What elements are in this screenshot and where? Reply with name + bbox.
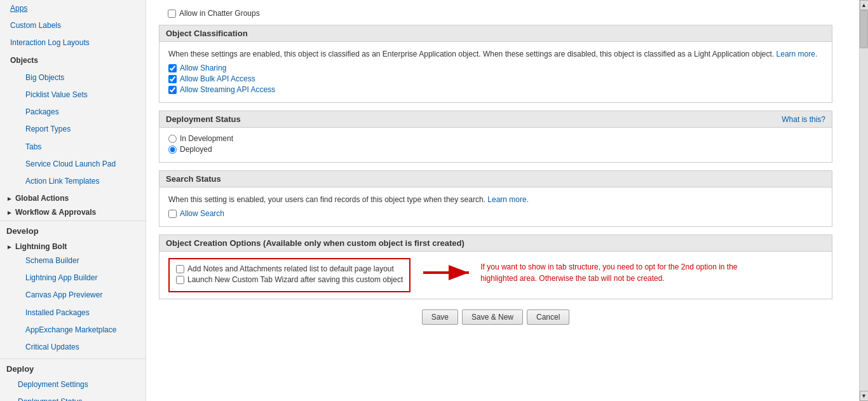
allow-sharing-row: Allow Sharing	[168, 64, 823, 72]
object-classification-section: Object Classification When these setting…	[159, 25, 832, 103]
search-status-body: When this setting is enabled, your users…	[159, 187, 832, 227]
allow-bulk-api-label[interactable]: Allow Bulk API Access	[180, 74, 255, 83]
sidebar-item-critical-updates[interactable]: Critical Updates	[0, 339, 146, 356]
sidebar-item-canvas-app-previewer[interactable]: Canvas App Previewer	[0, 287, 146, 304]
sidebar-item-objects[interactable]: Objects	[0, 52, 146, 69]
lightning-bolt-arrow-icon: ►	[6, 243, 13, 250]
global-actions-arrow-icon: ►	[6, 195, 13, 202]
options-box: Add Notes and Attachments related list t…	[168, 258, 410, 292]
sidebar-item-apps[interactable]: Apps	[0, 0, 146, 17]
scrollbar-up-button[interactable]: ▲	[860, 0, 869, 10]
deployed-label: Deployed	[180, 145, 212, 154]
object-classification-learn-more[interactable]: Learn more.	[776, 50, 818, 58]
red-arrow-icon	[423, 263, 474, 282]
launch-tab-wizard-checkbox[interactable]	[176, 276, 184, 284]
allow-sharing-label[interactable]: Allow Sharing	[180, 64, 226, 72]
sidebar-section-global-actions[interactable]: ► Global Actions	[0, 190, 146, 204]
sidebar-item-deployment-settings[interactable]: Deployment Settings	[0, 376, 146, 393]
add-notes-attachments-row: Add Notes and Attachments related list t…	[176, 264, 403, 273]
sidebar-item-picklist-value-sets[interactable]: Picklist Value Sets	[0, 86, 146, 104]
allow-in-chatter-groups-label: Allow in Chatter Groups	[179, 9, 260, 18]
object-creation-title: Object Creation Options (Available only …	[159, 234, 832, 252]
allow-bulk-api-row: Allow Bulk API Access	[168, 74, 823, 83]
sidebar-item-appexchange-marketplace[interactable]: AppExchange Marketplace	[0, 322, 146, 339]
right-scrollbar[interactable]: ▲ ▼	[859, 0, 868, 401]
sidebar-section-lightning-bolt[interactable]: ► Lightning Bolt	[0, 238, 146, 252]
global-actions-label: Global Actions	[15, 194, 69, 203]
sidebar-item-action-link-templates[interactable]: Action Link Templates	[0, 173, 146, 190]
search-status-title: Search Status	[159, 170, 832, 187]
deployment-status-title-row: Deployment Status What is this?	[159, 111, 832, 128]
sidebar-section-workflow-approvals[interactable]: ► Workflow & Approvals	[0, 204, 146, 218]
workflow-approvals-label: Workflow & Approvals	[15, 208, 96, 217]
launch-tab-wizard-label: Launch New Custom Tab Wizard after savin…	[187, 275, 403, 284]
sidebar: Apps Custom Labels Interaction Log Layou…	[0, 0, 146, 401]
in-development-label: In Development	[180, 134, 233, 143]
allow-streaming-checkbox[interactable]	[168, 86, 177, 94]
annotation-text: If you want to show in tab structure, yo…	[480, 261, 754, 284]
develop-section-header: Develop	[0, 221, 146, 238]
sidebar-item-interaction-log[interactable]: Interaction Log Layouts	[0, 34, 146, 51]
cancel-button[interactable]: Cancel	[527, 309, 569, 325]
sidebar-item-deployment-status[interactable]: Deployment Status	[0, 393, 146, 401]
search-status-description: When this setting is enabled, your users…	[168, 194, 823, 205]
allow-in-chatter-groups-checkbox[interactable]	[168, 10, 176, 18]
search-status-section: Search Status When this setting is enabl…	[159, 170, 832, 227]
object-creation-body: Add Notes and Attachments related list t…	[159, 252, 832, 299]
sidebar-item-service-cloud-launch-pad[interactable]: Service Cloud Launch Pad	[0, 156, 146, 173]
object-classification-body: When these settings are enabled, this ob…	[159, 42, 832, 103]
deployment-status-title: Deployment Status	[166, 114, 241, 124]
allow-search-label[interactable]: Allow Search	[180, 209, 224, 218]
allow-streaming-label[interactable]: Allow Streaming API Access	[180, 85, 275, 94]
save-button[interactable]: Save	[422, 309, 458, 325]
workflow-approvals-arrow-icon: ►	[6, 209, 13, 216]
sidebar-item-custom-labels[interactable]: Custom Labels	[0, 17, 146, 34]
main-content: Allow in Chatter Groups Object Classific…	[146, 0, 859, 401]
object-creation-section: Object Creation Options (Available only …	[159, 234, 832, 299]
sidebar-item-tabs[interactable]: Tabs	[0, 139, 146, 156]
deployed-radio[interactable]	[168, 146, 177, 154]
allow-streaming-row: Allow Streaming API Access	[168, 85, 823, 94]
deploy-section-header: Deploy	[0, 358, 146, 376]
add-notes-attachments-label: Add Notes and Attachments related list t…	[187, 264, 394, 273]
allow-search-checkbox[interactable]	[168, 210, 177, 218]
allow-sharing-checkbox[interactable]	[168, 64, 177, 72]
sidebar-item-report-types[interactable]: Report Types	[0, 121, 146, 138]
sidebar-item-big-objects[interactable]: Big Objects	[0, 69, 146, 86]
lightning-bolt-label: Lightning Bolt	[15, 242, 67, 251]
scrollbar-track	[860, 10, 868, 391]
in-development-row: In Development	[168, 134, 823, 143]
allow-bulk-api-checkbox[interactable]	[168, 75, 177, 83]
search-status-learn-more[interactable]: Learn more.	[487, 195, 529, 204]
sidebar-item-lightning-app-builder[interactable]: Lightning App Builder	[0, 269, 146, 287]
buttons-row: Save Save & New Cancel	[159, 309, 832, 325]
save-new-button[interactable]: Save & New	[462, 309, 523, 325]
object-classification-description: When these settings are enabled, this ob…	[168, 48, 823, 60]
annotation-arrow-area: If you want to show in tab structure, yo…	[423, 261, 754, 284]
sidebar-item-packages[interactable]: Packages	[0, 104, 146, 121]
in-development-radio[interactable]	[168, 135, 177, 143]
scrollbar-down-button[interactable]: ▼	[860, 391, 869, 401]
what-is-this-link[interactable]: What is this?	[782, 115, 825, 124]
options-with-annotation: Add Notes and Attachments related list t…	[168, 258, 823, 292]
deployment-status-body: In Development Deployed	[159, 128, 832, 163]
sidebar-item-schema-builder[interactable]: Schema Builder	[0, 252, 146, 269]
launch-tab-wizard-row: Launch New Custom Tab Wizard after savin…	[176, 275, 403, 284]
deployment-status-section: Deployment Status What is this? In Devel…	[159, 111, 832, 163]
add-notes-attachments-checkbox[interactable]	[176, 265, 184, 273]
sidebar-item-installed-packages[interactable]: Installed Packages	[0, 304, 146, 322]
allow-in-chatter-groups-row: Allow in Chatter Groups	[159, 6, 832, 25]
object-classification-title: Object Classification	[159, 25, 832, 42]
scrollbar-thumb[interactable]	[860, 10, 868, 48]
deployed-row: Deployed	[168, 145, 823, 154]
allow-search-row: Allow Search	[168, 209, 823, 218]
